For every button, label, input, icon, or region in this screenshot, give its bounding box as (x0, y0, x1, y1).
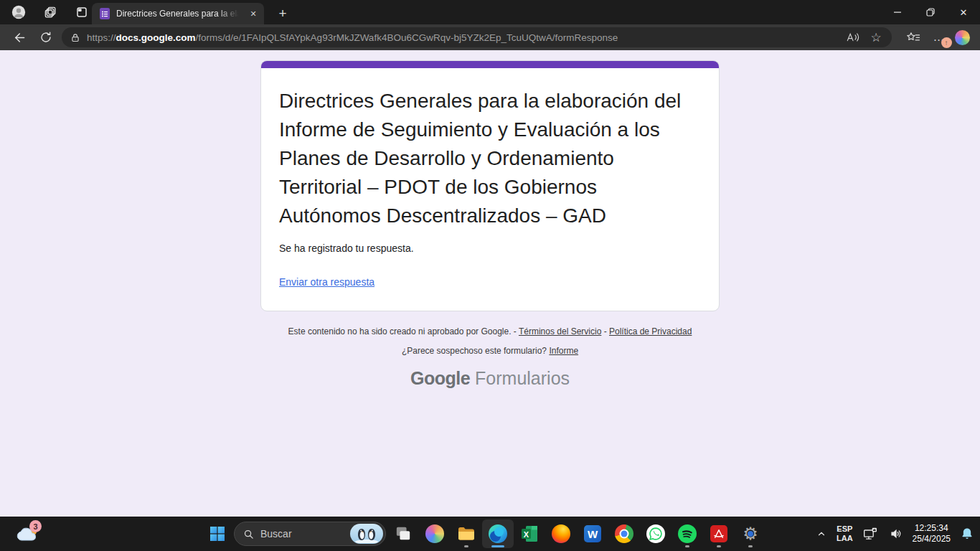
url-domain: docs.google.com (116, 32, 196, 43)
acrobat-icon[interactable] (703, 519, 735, 548)
report-abuse-link[interactable]: Informe (549, 346, 578, 356)
minimize-button[interactable] (881, 0, 914, 24)
favorites-hub-icon[interactable] (903, 29, 923, 46)
tray-date: 25/4/2025 (913, 534, 951, 545)
new-tab-button[interactable]: + (273, 4, 293, 24)
search-box[interactable]: Buscar (234, 522, 386, 546)
form-card: Directrices Generales para la elaboració… (260, 60, 720, 311)
excel-icon[interactable]: X (514, 519, 545, 548)
widgets-badge: 3 (29, 520, 42, 532)
firefox-icon[interactable] (545, 519, 577, 548)
volume-icon[interactable] (887, 519, 905, 548)
google-forms-favicon (99, 8, 110, 19)
profile-avatar-icon[interactable] (10, 4, 27, 21)
confirmation-message: Se ha registrado tu respuesta. (279, 242, 701, 254)
form-footer: Este contenido no ha sido creado ni apro… (0, 326, 980, 356)
file-explorer-icon[interactable] (451, 519, 482, 548)
favorite-star-icon[interactable]: ☆ (866, 29, 886, 46)
spotify-icon[interactable] (672, 519, 703, 548)
privacy-link[interactable]: Política de Privacidad (609, 326, 692, 336)
form-accent-bar (261, 61, 719, 68)
url-scheme: https:// (87, 32, 116, 43)
task-view-icon[interactable] (387, 519, 419, 548)
vertical-tabs-icon[interactable] (73, 4, 90, 21)
google-forms-logo: GoogleFormularios (0, 368, 980, 389)
terms-link[interactable]: Términos del Servicio (519, 326, 601, 336)
widgets-weather-icon[interactable]: 3 (11, 520, 43, 547)
url-path: /forms/d/e/1FAIpQLSfAYpkAg93rMkJZWafk4BO… (196, 32, 618, 43)
workspaces-icon[interactable] (42, 4, 59, 21)
taskbar-apps: X W (387, 519, 766, 548)
address-bar[interactable]: https://docs.google.com/forms/d/e/1FAIpQ… (62, 27, 892, 47)
start-button[interactable] (203, 521, 232, 547)
tray-time: 12:25:34 (913, 523, 951, 534)
clock[interactable]: 12:25:34 25/4/2025 (913, 523, 951, 545)
read-aloud-icon[interactable] (843, 29, 863, 46)
settings-more-button[interactable]: … ↑ (929, 28, 949, 47)
settings-app-icon[interactable]: ⚙ (735, 519, 766, 548)
search-highlight-image[interactable] (350, 524, 383, 544)
tab-close-icon[interactable]: ✕ (247, 7, 260, 20)
form-response-page: Directrices Generales para la elaboració… (0, 50, 980, 517)
penguins-image (352, 524, 381, 543)
tab-title: Directrices Generales para la elab (116, 9, 241, 19)
close-window-button[interactable]: ✕ (947, 0, 980, 24)
search-icon (243, 529, 254, 540)
footer-report: ¿Parece sospechoso este formulario? Info… (0, 346, 980, 356)
restore-button[interactable] (914, 0, 947, 24)
browser-titlebar: Directrices Generales para la elab ✕ + ✕ (0, 0, 980, 24)
copilot-app-icon[interactable] (419, 519, 451, 548)
tray-chevron-icon[interactable] (814, 519, 829, 548)
back-button[interactable] (7, 27, 30, 47)
screen: Directrices Generales para la elab ✕ + ✕ (0, 0, 980, 551)
notifications-bell-icon[interactable] (958, 519, 976, 548)
network-icon[interactable] (861, 519, 880, 548)
update-badge: ↑ (941, 37, 952, 48)
whatsapp-icon[interactable] (640, 519, 672, 548)
system-tray: ESP LAA 12:25:34 25/4/2025 (814, 517, 976, 551)
windows-taskbar: 3 Buscar (0, 517, 980, 551)
svg-text:X: X (524, 530, 529, 539)
chrome-icon[interactable] (608, 519, 640, 548)
language-indicator[interactable]: ESP LAA (837, 524, 853, 543)
edge-app-icon[interactable] (482, 519, 514, 548)
browser-tab[interactable]: Directrices Generales para la elab ✕ (92, 3, 264, 24)
footer-disclaimer: Este contenido no ha sido creado ni apro… (0, 326, 980, 336)
browser-toolbar: https://docs.google.com/forms/d/e/1FAIpQ… (0, 24, 980, 50)
submit-another-response-link[interactable]: Enviar otra respuesta (279, 276, 374, 288)
lock-icon (70, 32, 80, 43)
edge-active-indicator (491, 545, 504, 547)
word-icon[interactable]: W (577, 519, 608, 548)
url-text[interactable]: https://docs.google.com/forms/d/e/1FAIpQ… (87, 32, 837, 43)
refresh-button[interactable] (34, 27, 57, 47)
form-title: Directrices Generales para la elaboració… (279, 87, 701, 230)
copilot-icon[interactable] (955, 30, 970, 45)
search-placeholder: Buscar (260, 528, 292, 540)
